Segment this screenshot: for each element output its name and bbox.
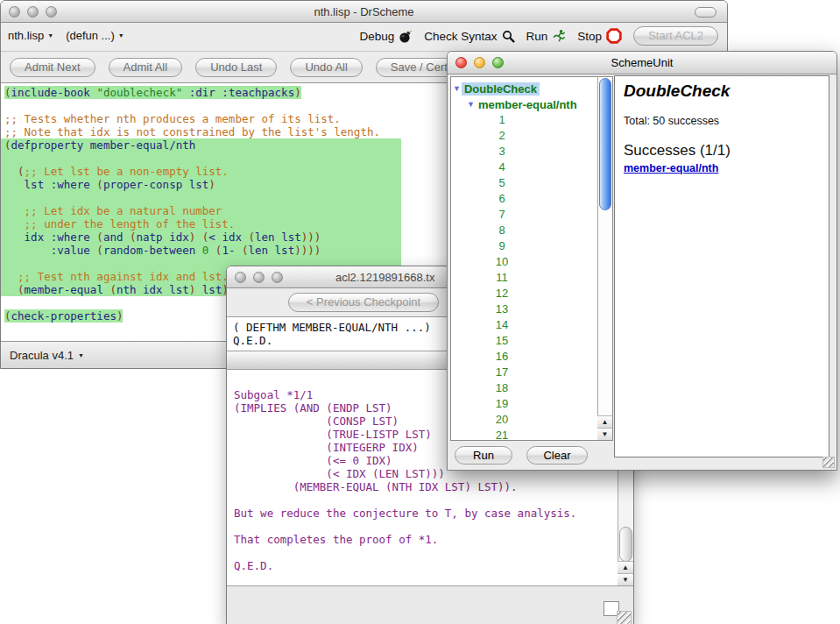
- successes-heading: Successes (1/1): [624, 142, 820, 160]
- tree-case-item[interactable]: 6: [451, 191, 597, 207]
- scrollbar-thumb[interactable]: [619, 527, 632, 562]
- start-acl2-button[interactable]: Start ACL2: [633, 26, 718, 46]
- desktop: nth.lisp - DrScheme nth.lisp ▼ (defun ..…: [0, 0, 840, 624]
- code-line: (defproperty member-equal/nth: [1, 138, 401, 152]
- dracula-toolbar-button[interactable]: Admit Next: [10, 58, 95, 77]
- code-line: (;; Let lst be a non-empty list.: [1, 165, 401, 178]
- code-line: ;; Let idx be a natural number: [1, 204, 401, 217]
- defun-dropdown-label: (defun ...): [66, 29, 115, 42]
- tree-case-item[interactable]: 12: [451, 286, 597, 301]
- tree-case-item[interactable]: 16: [451, 349, 597, 365]
- tree-item-doublecheck[interactable]: ▼ DoubleCheck: [451, 81, 597, 96]
- dracula-toolbar-button[interactable]: Admit All: [109, 58, 183, 77]
- dracula-toolbar-button[interactable]: Undo Last: [195, 58, 277, 77]
- dracula-toolbar-button[interactable]: Undo All: [290, 58, 362, 77]
- tree-case-item[interactable]: 21: [451, 428, 597, 440]
- run-button[interactable]: Run: [526, 29, 567, 43]
- tree-case-item[interactable]: 15: [451, 333, 597, 349]
- defun-dropdown[interactable]: (defun ...) ▼: [66, 29, 124, 42]
- scroll-up-button[interactable]: ▲: [618, 561, 633, 573]
- tree-case-item[interactable]: 13: [451, 301, 597, 317]
- disclosure-triangle-icon[interactable]: ▼: [467, 100, 475, 109]
- chevron-down-icon: ▼: [47, 32, 53, 39]
- clear-button[interactable]: Clear: [526, 446, 588, 464]
- tree-case-item[interactable]: 18: [451, 380, 597, 396]
- minimize-button[interactable]: [27, 6, 39, 18]
- minimize-button[interactable]: [253, 272, 265, 283]
- minimize-button[interactable]: [474, 57, 485, 68]
- tree-case-item[interactable]: 11: [451, 270, 597, 286]
- test-result-link[interactable]: member-equal/nth: [624, 162, 820, 174]
- tree-case-item[interactable]: 1: [451, 112, 597, 128]
- tree-case-item[interactable]: 9: [451, 238, 597, 254]
- tree-scrollbar[interactable]: ▲ ▼: [597, 77, 612, 440]
- drscheme-titlebar[interactable]: nth.lisp - DrScheme: [1, 1, 727, 23]
- resize-grip[interactable]: [822, 457, 835, 468]
- chevron-down-icon: ▼: [78, 352, 84, 358]
- resize-grip[interactable]: [617, 611, 632, 624]
- code-line: ;; under the length of the list.: [1, 217, 401, 230]
- scroll-up-button[interactable]: ▲: [597, 415, 612, 428]
- language-dropdown[interactable]: Dracula v4.1 ▼: [10, 349, 84, 362]
- tree-item-label: member-equal/nth: [476, 98, 580, 111]
- tree-case-item[interactable]: 8: [451, 223, 597, 238]
- tree-case-item[interactable]: 14: [451, 317, 597, 333]
- tree-item-member-equal-nth[interactable]: ▼ member-equal/nth: [451, 96, 597, 112]
- check-syntax-label: Check Syntax: [424, 30, 497, 43]
- window-controls: [455, 57, 504, 68]
- close-button[interactable]: [9, 6, 20, 18]
- close-button[interactable]: [455, 57, 467, 68]
- zoom-button[interactable]: [46, 6, 57, 18]
- tree-item-label: DoubleCheck: [462, 82, 540, 96]
- acl2-bottom-bar: [227, 585, 633, 624]
- schemeunit-titlebar[interactable]: SchemeUnit: [448, 52, 836, 74]
- tree-case-item[interactable]: 19: [451, 396, 597, 412]
- previous-checkpoint-button[interactable]: < Previous Checkpoint: [288, 293, 439, 312]
- test-detail-pane: DoubleCheck Total: 50 successes Successe…: [614, 75, 829, 457]
- window-title: SchemeUnit: [448, 52, 836, 74]
- file-dropdown[interactable]: nth.lisp ▼: [8, 29, 53, 42]
- tree-case-item[interactable]: 10: [451, 254, 597, 270]
- disclosure-triangle-icon[interactable]: ▼: [453, 84, 461, 93]
- runner-icon: [552, 29, 566, 43]
- window-controls: [235, 272, 283, 283]
- code-line: [1, 152, 401, 165]
- scroll-down-button[interactable]: ▼: [597, 428, 612, 440]
- code-line: lst :where (proper-consp lst): [1, 178, 401, 191]
- zoom-button[interactable]: [272, 272, 283, 283]
- chevron-down-icon: ▼: [118, 32, 124, 39]
- scrollbar-thumb[interactable]: [599, 78, 611, 210]
- toolbar-collapse-button[interactable]: [695, 7, 716, 18]
- schemeunit-window: SchemeUnit ▼ DoubleCheck ▼ member-equal/…: [447, 51, 837, 471]
- code-line: idx :where (and (natp idx) (< idx (len l…: [1, 230, 401, 244]
- debug-button[interactable]: Debug: [359, 29, 413, 43]
- stop-sign-icon: [606, 28, 622, 44]
- tree-case-item[interactable]: 7: [451, 207, 597, 223]
- bomb-icon: [399, 29, 413, 43]
- run-tests-button[interactable]: Run: [455, 446, 512, 464]
- debug-label: Debug: [359, 30, 394, 43]
- tree-case-item[interactable]: 3: [451, 144, 597, 160]
- test-tree: ▼ DoubleCheck ▼ member-equal/nth 1234567…: [451, 77, 597, 440]
- tree-case-item[interactable]: 2: [451, 128, 597, 144]
- zoom-button[interactable]: [492, 57, 504, 68]
- close-button[interactable]: [235, 272, 246, 283]
- test-tree-pane: ▼ DoubleCheck ▼ member-equal/nth 1234567…: [450, 76, 613, 441]
- run-label: Run: [526, 30, 548, 43]
- scroll-down-button[interactable]: ▼: [618, 573, 633, 585]
- main-toolbar: nth.lisp ▼ (defun ...) ▼ Debug: [1, 23, 727, 51]
- tree-case-item[interactable]: 5: [451, 175, 597, 191]
- check-syntax-button[interactable]: Check Syntax: [424, 30, 514, 43]
- stop-label: Stop: [577, 30, 602, 43]
- tree-case-item[interactable]: 20: [451, 412, 597, 428]
- detail-total: Total: 50 successes: [624, 115, 820, 127]
- tree-case-item[interactable]: 4: [451, 160, 597, 175]
- tree-case-list: 123456789101112131415161718192021: [451, 112, 597, 440]
- tree-case-item[interactable]: 17: [451, 365, 597, 380]
- code-line: [1, 191, 401, 204]
- stop-button[interactable]: Stop: [577, 28, 622, 44]
- language-label: Dracula v4.1: [10, 349, 74, 362]
- code-line: :value (random-between 0 (1- (len lst)))…: [1, 244, 401, 257]
- file-dropdown-label: nth.lisp: [8, 29, 44, 42]
- window-title: nth.lisp - DrScheme: [1, 1, 727, 23]
